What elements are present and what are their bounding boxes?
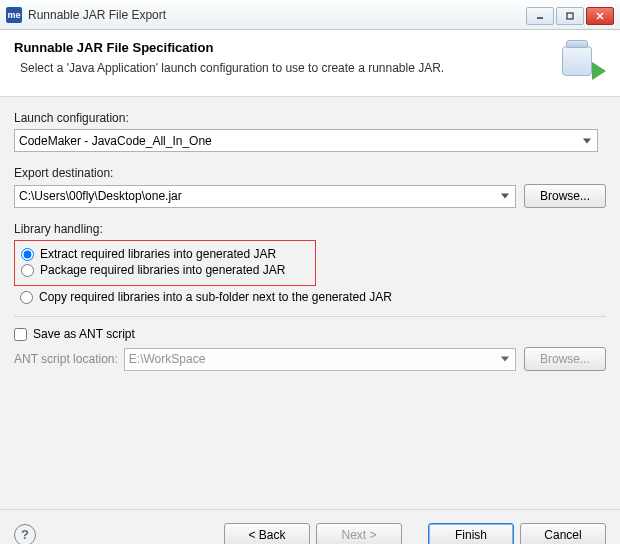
ant-location-combo: E:\WorkSpace bbox=[124, 348, 516, 371]
app-icon: me bbox=[6, 7, 22, 23]
jar-run-icon bbox=[558, 40, 606, 82]
back-button[interactable]: < Back bbox=[224, 523, 310, 545]
browse-export-button[interactable]: Browse... bbox=[524, 184, 606, 208]
launch-config-value: CodeMaker - JavaCode_All_In_One bbox=[19, 134, 212, 148]
export-dest-label: Export destination: bbox=[14, 166, 606, 180]
launch-config-select[interactable]: CodeMaker - JavaCode_All_In_One bbox=[14, 129, 598, 152]
radio-copy[interactable]: Copy required libraries into a sub-folde… bbox=[20, 290, 606, 304]
svg-rect-1 bbox=[567, 13, 573, 19]
library-handling-highlight: Extract required libraries into generate… bbox=[14, 240, 316, 286]
cancel-button[interactable]: Cancel bbox=[520, 523, 606, 545]
library-handling-label: Library handling: bbox=[14, 222, 606, 236]
launch-config-label: Launch configuration: bbox=[14, 111, 606, 125]
window-title: Runnable JAR File Export bbox=[28, 8, 524, 22]
next-button: Next > bbox=[316, 523, 402, 545]
ant-location-value: E:\WorkSpace bbox=[129, 352, 205, 366]
save-ant-checkbox-row[interactable]: Save as ANT script bbox=[14, 327, 606, 341]
finish-button[interactable]: Finish bbox=[428, 523, 514, 545]
content-area: Launch configuration: CodeMaker - JavaCo… bbox=[0, 97, 620, 509]
header-banner: Runnable JAR File Specification Select a… bbox=[0, 30, 620, 97]
maximize-button[interactable] bbox=[556, 7, 584, 25]
separator bbox=[14, 316, 606, 317]
radio-copy-input[interactable] bbox=[20, 291, 33, 304]
minimize-icon bbox=[536, 12, 544, 20]
page-description: Select a 'Java Application' launch confi… bbox=[14, 61, 550, 75]
footer: ? < Back Next > Finish Cancel bbox=[0, 509, 620, 544]
radio-extract-label: Extract required libraries into generate… bbox=[40, 247, 276, 261]
radio-package-label: Package required libraries into generate… bbox=[40, 263, 285, 277]
titlebar: me Runnable JAR File Export bbox=[0, 0, 620, 30]
radio-extract[interactable]: Extract required libraries into generate… bbox=[21, 247, 309, 261]
radio-copy-label: Copy required libraries into a sub-folde… bbox=[39, 290, 392, 304]
window-controls bbox=[524, 5, 620, 25]
export-dest-value: C:\Users\00fly\Desktop\one.jar bbox=[19, 189, 182, 203]
maximize-icon bbox=[566, 12, 574, 20]
close-icon bbox=[596, 12, 604, 20]
export-dest-combo[interactable]: C:\Users\00fly\Desktop\one.jar bbox=[14, 185, 516, 208]
save-ant-checkbox[interactable] bbox=[14, 328, 27, 341]
help-icon: ? bbox=[21, 527, 29, 542]
minimize-button[interactable] bbox=[526, 7, 554, 25]
radio-package[interactable]: Package required libraries into generate… bbox=[21, 263, 309, 277]
close-button[interactable] bbox=[586, 7, 614, 25]
help-button[interactable]: ? bbox=[14, 524, 36, 545]
browse-ant-button: Browse... bbox=[524, 347, 606, 371]
save-ant-label: Save as ANT script bbox=[33, 327, 135, 341]
radio-package-input[interactable] bbox=[21, 264, 34, 277]
radio-extract-input[interactable] bbox=[21, 248, 34, 261]
page-title: Runnable JAR File Specification bbox=[14, 40, 550, 55]
ant-location-label: ANT script location: bbox=[14, 352, 118, 366]
